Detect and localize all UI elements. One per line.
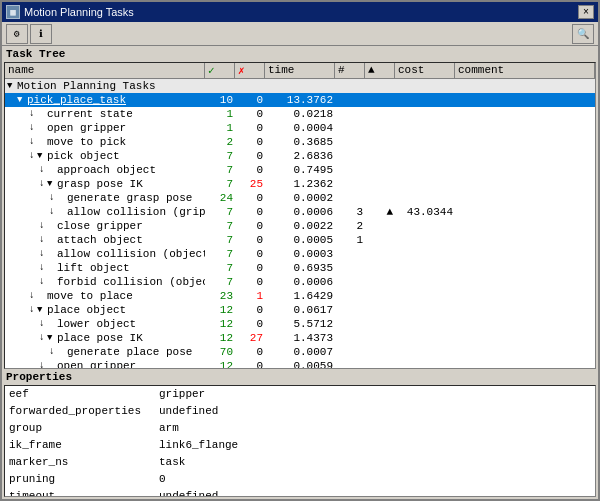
settings-button[interactable]: ⚙ [6, 24, 28, 44]
tree-cell-v: 12 [205, 317, 235, 331]
tree-row[interactable]: ↓▼pick object702.6836 [5, 149, 595, 163]
tree-row[interactable]: ↓generate grasp pose2400.0002 [5, 191, 595, 205]
tree-cell-time: 2.6836 [265, 149, 335, 163]
tree-cell-name: ↓forbid collision (object,surface) [5, 275, 205, 289]
tree-cell-hash [335, 163, 365, 177]
tree-cell-cost [395, 163, 455, 177]
tree-cell-name: ▼Motion Planning Tasks [5, 79, 205, 93]
tree-item-label: grasp pose IK [57, 177, 143, 191]
tree-connector-icon: ↓ [37, 317, 47, 331]
tree-row[interactable]: ↓▼place object1200.0617 [5, 303, 595, 317]
tree-cell-time: 0.0218 [265, 107, 335, 121]
tree-cell-hash: 3 [335, 205, 365, 219]
prop-key: timeout [5, 488, 155, 497]
tree-row[interactable]: ↓attach object700.00051 [5, 233, 595, 247]
tree-row[interactable]: ↓▼place pose IK12271.4373 [5, 331, 595, 345]
tree-row[interactable]: ↓move to pick200.3685 [5, 135, 595, 149]
tree-cell-cost [395, 331, 455, 345]
info-button[interactable]: ℹ [30, 24, 52, 44]
tree-cell-x: 0 [235, 135, 265, 149]
tree-cell-v: 7 [205, 275, 235, 289]
header-cross[interactable]: ✗ [235, 63, 265, 78]
tree-row[interactable]: ▼pick_place_task10013.3762 [5, 93, 595, 107]
tree-cell-time: 0.0006 [265, 275, 335, 289]
task-tree-label: Task Tree [2, 46, 598, 62]
tree-cell-cost [395, 247, 455, 261]
tree-connector-icon: ↓ [37, 219, 47, 233]
header-check[interactable]: ✓ [205, 63, 235, 78]
tree-connector-icon: ↓ [27, 289, 37, 303]
tree-cell-comment [455, 93, 595, 107]
tree-cell-v: 12 [205, 331, 235, 345]
tree-cell-comment [455, 149, 595, 163]
tree-cell-cost [395, 121, 455, 135]
tree-cell-comment [455, 205, 595, 219]
tree-row[interactable]: ↓move to place2311.6429 [5, 289, 595, 303]
tree-cell-comment [455, 317, 595, 331]
tree-expand-icon[interactable]: ▼ [17, 93, 27, 107]
tree-cell-x: 0 [235, 345, 265, 359]
tree-connector-icon: ↓ [27, 121, 37, 135]
prop-value: task [155, 454, 595, 471]
tree-cell-v: 7 [205, 261, 235, 275]
tree-cell-hash [335, 317, 365, 331]
header-time[interactable]: time [265, 63, 335, 78]
tree-cell-v: 23 [205, 289, 235, 303]
prop-key: forwarded_properties [5, 403, 155, 420]
header-cost[interactable]: cost [395, 63, 455, 78]
tree-row[interactable]: ↓allow collision (gripper,object)700.000… [5, 205, 595, 219]
tree-expand-icon[interactable]: ▼ [47, 177, 57, 191]
tree-cell-comment [455, 345, 595, 359]
tree-cell-name: ▼pick_place_task [5, 93, 205, 107]
tree-expand-icon[interactable]: ▼ [47, 331, 57, 345]
tree-item-label: pick_place_task [27, 93, 126, 107]
tree-cell-v: 2 [205, 135, 235, 149]
tree-cell-hash [335, 345, 365, 359]
search-icon: 🔍 [577, 28, 589, 40]
tree-cell-hash: 1 [335, 233, 365, 247]
tree-row[interactable]: ↓close gripper700.00222 [5, 219, 595, 233]
tree-row[interactable]: ↓generate place pose7000.0007 [5, 345, 595, 359]
header-name: name [5, 63, 205, 78]
tree-cell-hash: 2 [335, 219, 365, 233]
tree-cell-hash [335, 261, 365, 275]
prop-value: undefined [155, 403, 595, 420]
tree-row[interactable]: ↓approach object700.7495 [5, 163, 595, 177]
tree-cell-cost [395, 177, 455, 191]
tree-row[interactable]: ↓allow collision (object,support)700.000… [5, 247, 595, 261]
tree-cell-x: 0 [235, 317, 265, 331]
tree-row[interactable]: ↓open gripper1200.0059 [5, 359, 595, 368]
tree-cell-x [235, 79, 265, 93]
tree-row[interactable]: ↓open gripper100.0004 [5, 121, 595, 135]
tree-cell-comment [455, 135, 595, 149]
tree-cell-cost [395, 261, 455, 275]
tree-cell-v: 7 [205, 177, 235, 191]
tree-cell-up [365, 359, 395, 368]
tree-row[interactable]: ▼Motion Planning Tasks [5, 79, 595, 93]
tree-row[interactable]: ↓lower object1205.5712 [5, 317, 595, 331]
tree-body[interactable]: ▼Motion Planning Tasks▼pick_place_task10… [5, 79, 595, 368]
prop-key: pruning [5, 471, 155, 488]
tree-row[interactable]: ↓▼grasp pose IK7251.2362 [5, 177, 595, 191]
properties-section: Properties eefgripperforwarded_propertie… [2, 369, 598, 499]
tree-row[interactable]: ↓lift object700.6935 [5, 261, 595, 275]
tree-expand-icon[interactable]: ▼ [37, 303, 47, 317]
tree-cell-x: 0 [235, 163, 265, 177]
close-button[interactable]: × [578, 5, 594, 19]
tree-connector-icon: ↓ [37, 261, 47, 275]
tree-cell-time: 0.0006 [265, 205, 335, 219]
tree-expand-icon[interactable]: ▼ [7, 79, 17, 93]
tree-cell-time: 0.0007 [265, 345, 335, 359]
tree-connector-icon: ↓ [27, 149, 37, 163]
tree-cell-v: 1 [205, 107, 235, 121]
tree-cell-cost [395, 275, 455, 289]
tree-cell-comment [455, 331, 595, 345]
tree-expand-icon[interactable]: ▼ [37, 149, 47, 163]
search-button[interactable]: 🔍 [572, 24, 594, 44]
header-up[interactable]: ▲ [365, 63, 395, 78]
tree-cell-cost [395, 345, 455, 359]
tree-cell-hash [335, 135, 365, 149]
tree-item-label: place object [47, 303, 126, 317]
tree-row[interactable]: ↓forbid collision (object,surface)700.00… [5, 275, 595, 289]
tree-row[interactable]: ↓current state100.0218 [5, 107, 595, 121]
